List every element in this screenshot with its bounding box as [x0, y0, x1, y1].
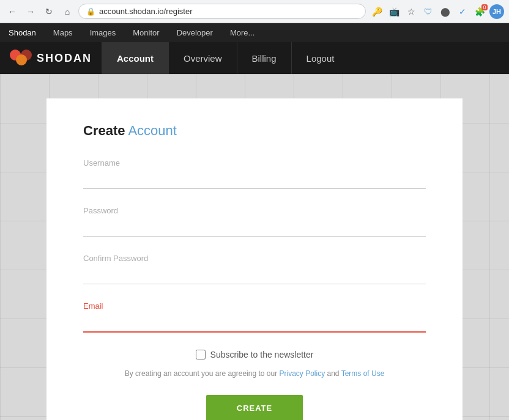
header-nav-account[interactable]: Account [102, 42, 168, 74]
topnav-developer[interactable]: Developer [168, 23, 221, 42]
site-topnav: Shodan Maps Images Monitor Developer Mor… [0, 23, 509, 42]
header-nav-logout[interactable]: Logout [291, 42, 349, 74]
lock-icon: 🔒 [86, 7, 95, 16]
extension-icon[interactable]: 🧩 0 [472, 4, 487, 19]
confirm-password-label: Confirm Password [83, 254, 426, 263]
home-button[interactable]: ⌂ [60, 4, 75, 19]
toolbar-icons: 🔑 📺 ☆ 🛡 ⬤ ✓ 🧩 0 JH [370, 4, 504, 19]
refresh-button[interactable]: ↻ [42, 4, 56, 19]
form-title-bold: Create [83, 123, 125, 138]
confirm-password-group: Confirm Password [83, 254, 426, 284]
header-nav: Account Overview Billing Logout [102, 42, 349, 74]
terms-text: By creating an account you are agreeing … [83, 369, 426, 378]
header-nav-billing[interactable]: Billing [237, 42, 291, 74]
back-button[interactable]: ← [5, 4, 20, 19]
address-text: account.shodan.io/register [99, 7, 358, 16]
form-title: Create Account [83, 123, 426, 139]
topnav-images[interactable]: Images [81, 23, 125, 42]
browser-chrome: ← → ↻ ⌂ 🔒 account.shodan.io/register 🔑 📺… [0, 0, 509, 23]
username-label: Username [83, 158, 426, 168]
newsletter-checkbox[interactable] [196, 350, 206, 359]
shodan-header: SHODAN Account Overview Billing Logout [0, 42, 509, 74]
confirm-password-input[interactable] [83, 267, 426, 284]
key-icon[interactable]: 🔑 [370, 4, 384, 19]
logo-circles [10, 50, 32, 67]
create-button[interactable]: CREATE [206, 395, 303, 420]
shield-icon[interactable]: 🛡 [421, 4, 436, 19]
circle-icon[interactable]: ⬤ [438, 4, 453, 19]
forward-button[interactable]: → [23, 4, 38, 19]
logo-circle-2 [16, 54, 27, 65]
terms-intro: By creating an account you are agreeing … [125, 369, 278, 378]
shodan-logo: SHODAN [0, 42, 102, 74]
privacy-policy-link[interactable]: Privacy Policy [279, 369, 325, 378]
check-icon[interactable]: ✓ [455, 4, 470, 19]
topnav-maps[interactable]: Maps [45, 23, 81, 42]
form-card: Create Account Username Password Confirm… [46, 98, 463, 420]
password-label: Password [83, 206, 426, 215]
cast-icon[interactable]: 📺 [387, 4, 401, 19]
newsletter-row: Subscribe to the newsletter [83, 350, 426, 359]
password-input[interactable] [83, 219, 426, 237]
terms-and: and [327, 369, 340, 378]
username-group: Username [83, 158, 426, 189]
topnav-more[interactable]: More... [221, 23, 263, 42]
address-bar[interactable]: 🔒 account.shodan.io/register [78, 4, 366, 19]
email-group: Email [83, 301, 426, 333]
terms-of-use-link[interactable]: Terms of Use [341, 369, 385, 378]
email-input[interactable] [83, 314, 426, 333]
form-title-light: Account [128, 123, 177, 138]
shodan-wordmark: SHODAN [37, 52, 92, 65]
newsletter-label: Subscribe to the newsletter [210, 350, 314, 359]
star-icon[interactable]: ☆ [404, 4, 418, 19]
topnav-monitor[interactable]: Monitor [124, 23, 168, 42]
header-nav-overview[interactable]: Overview [168, 42, 237, 74]
page-background: Create Account Username Password Confirm… [0, 74, 509, 420]
email-label: Email [83, 301, 426, 311]
password-group: Password [83, 206, 426, 237]
browser-toolbar: ← → ↻ ⌂ 🔒 account.shodan.io/register 🔑 📺… [0, 0, 509, 23]
topnav-shodan[interactable]: Shodan [0, 23, 45, 42]
profile-avatar[interactable]: JH [489, 4, 504, 19]
username-input[interactable] [83, 171, 426, 189]
